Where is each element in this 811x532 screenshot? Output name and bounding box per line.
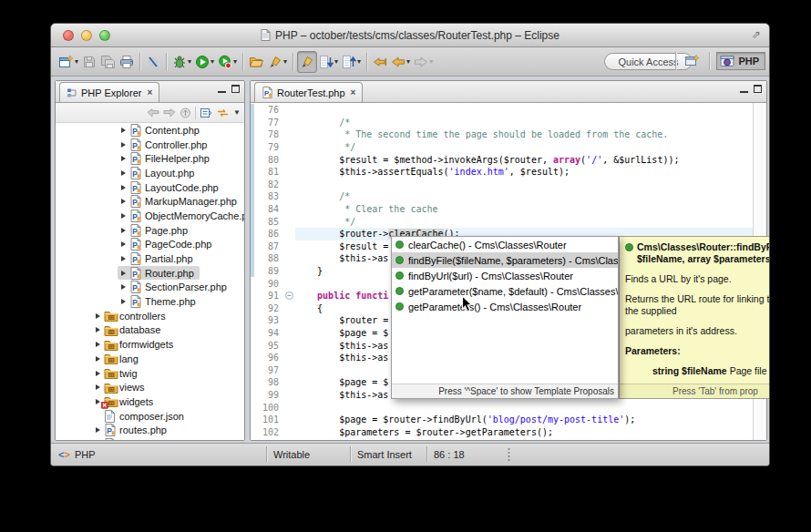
run-button[interactable]: ▾: [193, 51, 216, 73]
code-line-78[interactable]: 78 * The second time the page should be …: [251, 128, 753, 141]
expand-arrow-icon[interactable]: [92, 427, 104, 433]
save-all-button[interactable]: [98, 51, 118, 73]
tree-item-controllers[interactable]: controllers: [56, 309, 244, 323]
dropdown-caret-icon[interactable]: ▾: [188, 57, 191, 66]
expand-arrow-icon[interactable]: [92, 384, 104, 390]
expand-arrow-icon[interactable]: [92, 342, 104, 347]
maximize-view-icon[interactable]: [754, 85, 762, 93]
tree-item-composer-json[interactable]: composer.json: [56, 409, 244, 424]
back-button[interactable]: ▾: [389, 51, 412, 73]
code-line-100[interactable]: 100: [251, 401, 753, 414]
code-line-83[interactable]: 83 /*: [251, 190, 753, 203]
dropdown-caret-icon[interactable]: ▾: [75, 57, 78, 66]
dropdown-caret-icon[interactable]: ▾: [210, 57, 214, 66]
expand-arrow-icon[interactable]: [92, 313, 104, 319]
expand-arrow-icon[interactable]: [92, 371, 104, 376]
expand-arrow-icon[interactable]: [118, 299, 129, 304]
dropdown-caret-icon[interactable]: ▾: [357, 57, 361, 66]
fold-collapse-icon[interactable]: −: [283, 292, 295, 300]
link-with-editor-icon[interactable]: [216, 107, 230, 118]
forward-icon[interactable]: [163, 107, 176, 118]
expand-arrow-icon[interactable]: [92, 327, 104, 332]
tree-item-sectionparser-php[interactable]: PSectionParser.php: [56, 281, 244, 295]
expand-arrow-icon[interactable]: [118, 241, 129, 247]
brush-dropdown-button[interactable]: ▾: [266, 51, 289, 73]
dropdown-caret-icon[interactable]: ▾: [283, 57, 287, 66]
tree-item-filehelper-php[interactable]: PFileHelper.php: [56, 151, 244, 166]
tab-php-explorer[interactable]: PHP Explorer ×: [59, 82, 159, 102]
tree-item-page-php[interactable]: PPage.php: [56, 223, 244, 238]
run-profile-button[interactable]: ▾: [216, 51, 239, 73]
minimize-window-button[interactable]: [81, 30, 92, 41]
tree-item-router-php[interactable]: PRouter.php: [56, 266, 244, 281]
resize-icon[interactable]: ⇗: [752, 28, 761, 41]
expand-arrow-icon[interactable]: [92, 356, 104, 362]
collapse-all-icon[interactable]: [200, 107, 212, 118]
expand-arrow-icon[interactable]: [118, 284, 129, 290]
forward-button[interactable]: ▾: [412, 51, 435, 73]
code-line-81[interactable]: 81 $this->assertEquals('index.htm', $res…: [251, 166, 753, 179]
mark-occurrences-toggle[interactable]: [297, 51, 317, 73]
last-edit-location-button[interactable]: [371, 51, 389, 73]
code-line-84[interactable]: 84 * Clear the cache: [251, 203, 753, 216]
dropdown-caret-icon[interactable]: ▾: [334, 57, 338, 66]
close-icon[interactable]: ×: [147, 87, 152, 97]
expand-arrow-icon[interactable]: [118, 170, 129, 176]
tree-item-partial-php[interactable]: PPartial.php: [56, 251, 244, 266]
expand-arrow-icon[interactable]: [118, 142, 129, 148]
tree-item-content-php[interactable]: PContent.php: [56, 123, 244, 138]
back-icon[interactable]: [147, 107, 159, 118]
tree-item-controller-php[interactable]: PController.php: [56, 138, 244, 152]
tree-item-layoutcode-php[interactable]: PLayoutCode.php: [56, 180, 244, 195]
expand-arrow-icon[interactable]: [118, 228, 129, 233]
zoom-window-button[interactable]: [99, 30, 110, 41]
expand-arrow-icon[interactable]: [118, 128, 129, 133]
code-line-77[interactable]: 77 /*: [251, 117, 753, 129]
expand-arrow-icon[interactable]: [118, 185, 129, 190]
tree-item-views[interactable]: views: [56, 380, 244, 394]
tree-item-routes-php[interactable]: Proutes.php: [56, 423, 244, 437]
code-line-101[interactable]: 101 $page = $router->findByUrl('blog/pos…: [251, 414, 753, 426]
up-icon[interactable]: [180, 107, 191, 118]
status-drag-handle[interactable]: [508, 447, 510, 462]
code-line-102[interactable]: 102 $parameters = $router->getParameters…: [251, 425, 753, 438]
tree-item-widgets[interactable]: widgets: [56, 394, 244, 409]
view-menu-icon[interactable]: ▼: [233, 108, 241, 117]
tree-item-lang[interactable]: lang: [56, 352, 244, 366]
completion-item[interactable]: getParameters() - Cms\Classes\Router: [392, 299, 618, 314]
expand-arrow-icon[interactable]: [118, 156, 129, 161]
previous-annotation-button[interactable]: ▾: [340, 51, 363, 73]
code-line-79[interactable]: 79 */: [251, 141, 753, 154]
expand-arrow-icon[interactable]: [118, 199, 129, 204]
skip-all-breakpoints-button[interactable]: [144, 51, 162, 73]
code-line-80[interactable]: 80 $result = $method->invokeArgs($router…: [251, 153, 753, 166]
tab-routertest-php[interactable]: P RouterTest.php ×: [254, 82, 363, 102]
expand-arrow-icon[interactable]: [118, 213, 129, 219]
completion-item[interactable]: clearCache() - Cms\Classes\Router: [392, 237, 618, 252]
maximize-view-icon[interactable]: [231, 85, 240, 93]
close-icon[interactable]: ×: [351, 87, 356, 97]
tree-item-database[interactable]: database: [56, 323, 244, 338]
tree-item-objectmemorycache-ph[interactable]: PObjectMemoryCache.ph: [56, 209, 244, 223]
completion-item[interactable]: findByFile($fileName, $parameters) - Cms…: [392, 252, 618, 268]
minimize-view-icon[interactable]: [218, 85, 226, 93]
completion-item[interactable]: getParameter($name, $default) - Cms\Clas…: [392, 283, 618, 299]
tree-item-theme-php[interactable]: PTheme.php: [56, 294, 244, 309]
tree-item-clipped[interactable]: P: [56, 437, 244, 440]
dropdown-caret-icon[interactable]: ▾: [233, 57, 237, 66]
expand-arrow-icon[interactable]: [118, 256, 129, 261]
print-button[interactable]: [118, 51, 136, 73]
minimize-view-icon[interactable]: [740, 85, 748, 93]
tree-item-layout-php[interactable]: PLayout.php: [56, 166, 244, 180]
tree-item-pagecode-php[interactable]: PPageCode.php: [56, 238, 244, 252]
tree-item-markupmanager-php[interactable]: PMarkupManager.php: [56, 194, 244, 209]
next-annotation-button[interactable]: ▾: [317, 51, 340, 73]
new-wizard-button[interactable]: ▾: [56, 51, 80, 73]
save-button[interactable]: [80, 51, 98, 73]
tree-item-formwidgets[interactable]: formwidgets: [56, 337, 244, 352]
code-line-82[interactable]: 82: [251, 179, 753, 191]
dropdown-caret-icon[interactable]: ▾: [406, 57, 410, 66]
close-window-button[interactable]: [63, 30, 74, 41]
tree-item-twig[interactable]: twig: [56, 366, 244, 381]
code-line-76[interactable]: 76: [251, 104, 753, 117]
